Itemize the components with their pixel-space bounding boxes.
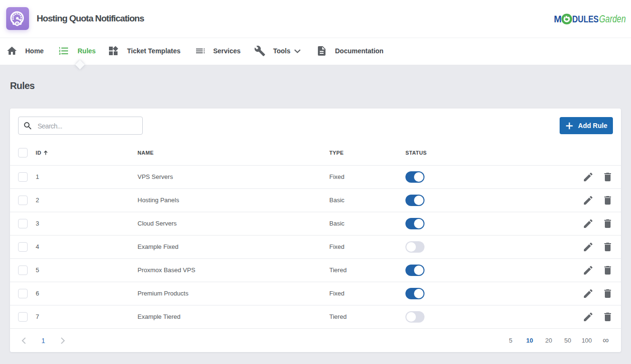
svg-text:DULES: DULES — [572, 13, 599, 24]
svg-text:Garden: Garden — [599, 13, 626, 25]
svg-text:M: M — [554, 13, 562, 24]
